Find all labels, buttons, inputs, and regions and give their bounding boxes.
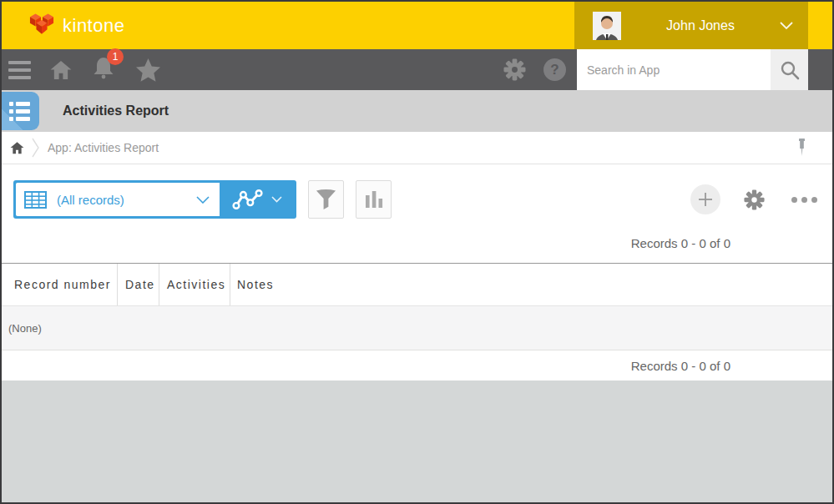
filter-button[interactable] [308,180,344,219]
logo-wordmark: kintone [63,15,124,37]
gear-icon [744,189,765,210]
app-list-icon [2,92,39,130]
user-menu[interactable]: John Jones [574,2,808,49]
global-navigation: 1 ? [2,49,832,90]
view-selector-label: (All records) [57,193,196,207]
search-icon [780,60,800,80]
view-toolbar: (All records) [13,180,819,219]
records-count-bottom: Records 0 - 0 of 0 [2,350,832,381]
records-table: Record number Date Activities Notes (Non… [2,263,832,350]
more-options-button[interactable] [790,192,819,208]
column-header-date[interactable]: Date [117,264,159,305]
view-selector-dropdown[interactable]: (All records) [16,183,220,216]
view-chevron-down-icon [196,196,210,204]
table-header-row: Record number Date Activities Notes [2,264,832,306]
plus-icon [697,191,714,208]
notification-badge[interactable]: 1 [107,48,124,65]
table-view-icon [24,191,47,209]
app-search [577,49,808,90]
hamburger-menu-icon[interactable] [8,61,31,79]
kintone-app-page: kintone John Jones [0,0,834,504]
user-avatar [593,12,621,40]
funnel-icon [316,189,336,210]
breadcrumb-chevron-icon [32,138,40,158]
breadcrumb-home-icon[interactable] [10,141,24,154]
empty-text: (None) [8,322,42,335]
home-icon[interactable] [49,59,73,80]
help-icon[interactable]: ? [543,58,566,81]
add-record-button[interactable] [690,184,720,214]
user-name: John Jones [621,18,780,33]
kintone-logo[interactable]: kintone [2,13,124,38]
breadcrumb-text[interactable]: App: Activities Report [48,141,159,154]
chevron-down-icon [780,22,793,30]
column-header-activities[interactable]: Activities [159,264,230,305]
kintone-cube-logo-icon [29,13,54,38]
pin-icon[interactable] [796,139,807,157]
search-input[interactable] [577,49,771,90]
header-corner [808,2,832,49]
record-list-content: (All records) [2,164,832,381]
page-title: Activities Report [63,103,169,118]
ellipsis-icon [791,197,797,203]
search-button[interactable] [771,49,808,90]
column-header-record-number[interactable]: Record number [2,264,117,305]
line-chart-icon [232,188,264,211]
favorites-star-icon[interactable] [136,58,160,82]
graph-chevron-down-icon [271,196,282,203]
app-settings-button[interactable] [739,189,770,211]
records-count-top: Records 0 - 0 of 0 [2,232,832,255]
settings-gear-icon[interactable] [503,58,526,81]
empty-table-row: (None) [2,306,832,350]
graph-view-button[interactable] [220,183,294,216]
breadcrumb: App: Activities Report [2,132,832,164]
chart-button[interactable] [356,180,392,219]
app-header: Activities Report [2,90,832,132]
brand-header: kintone John Jones [2,2,832,49]
notifications-bell-icon[interactable]: 1 [93,57,114,83]
column-header-notes[interactable]: Notes [230,264,832,305]
view-selector-group: (All records) [13,180,296,219]
bar-chart-icon [364,189,384,209]
page-footer [2,381,832,502]
